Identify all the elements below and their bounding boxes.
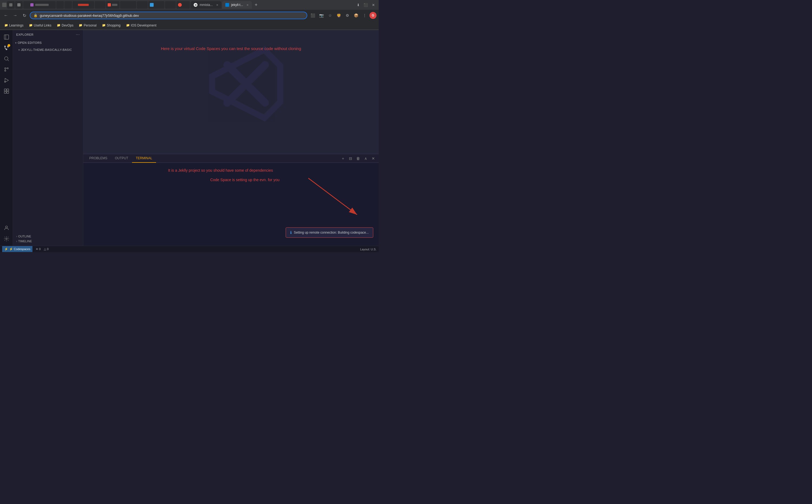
chevron-right-icon: › xyxy=(16,240,17,243)
address-bar[interactable]: 🔒 guneycansanli-studious-parakeet-4wraq7… xyxy=(30,12,307,19)
folder-icon: 📁 xyxy=(126,24,130,27)
bookmark-ios[interactable]: 📁 IOS Development xyxy=(124,23,159,28)
vscode-body: EXPLORER ··· ▾ OPEN EDITORS ▾ JEKYLL-THE… xyxy=(0,30,379,246)
status-layout[interactable]: Layout: U.S. xyxy=(360,248,376,251)
bookmark-devops[interactable]: 📁 DevOps xyxy=(55,23,75,28)
back-button[interactable]: ← xyxy=(2,12,10,19)
project-label: JEKYLL-THEME-BASICALLY-BASIC xyxy=(21,48,72,51)
new-tab-button[interactable]: + xyxy=(252,1,260,9)
terminal-maximize-button[interactable]: ∧ xyxy=(362,155,369,162)
toolbar-right: ⬛ 📷 ☆ 🦁 ⚙ 📦 ⋮ G xyxy=(309,12,376,19)
tab-github[interactable]: ⚙ mmista... ✕ xyxy=(190,1,221,9)
bookmark-useful-links[interactable]: 📁 Useful Links xyxy=(27,23,54,28)
arrow-annotation xyxy=(287,170,368,224)
terminal-body[interactable]: It is a Jeklly project so you should hav… xyxy=(83,163,379,246)
activity-source-control[interactable] xyxy=(2,43,11,53)
activity-git[interactable] xyxy=(2,65,11,74)
activity-settings[interactable] xyxy=(2,234,11,244)
forward-button[interactable]: → xyxy=(11,12,19,19)
codespaces-button[interactable]: ⚡ ⚡ Codespaces xyxy=(2,246,32,252)
browser-chrome: ⚙ mmista... ✕ jekyll-t... ✕ + ⬇ ⬛ ✕ ← → … xyxy=(0,0,379,30)
screenshot-icon[interactable]: 📷 xyxy=(317,12,325,19)
chevron-right-icon: › xyxy=(16,235,17,238)
tab-jekyll[interactable]: jekyll-t... ✕ xyxy=(222,1,252,9)
activity-extensions[interactable] xyxy=(2,86,11,96)
svg-rect-13 xyxy=(6,89,8,91)
folder-icon: 📁 xyxy=(79,24,82,27)
tab-problems[interactable]: PROBLEMS xyxy=(85,154,111,163)
bookmark-learnings[interactable]: 📁 Learnings xyxy=(2,23,26,28)
tab-terminal[interactable]: TERMINAL xyxy=(132,154,156,163)
editor-annotation: Here is your virtual Code Spaces you can… xyxy=(113,46,349,51)
status-notification: ℹ Setting up remote connection: Building… xyxy=(286,227,373,238)
folder-icon: 📁 xyxy=(29,24,33,27)
svg-rect-12 xyxy=(4,89,6,91)
sidebar-open-editors-section: ▾ OPEN EDITORS xyxy=(13,39,83,46)
chevron-down-icon: ▾ xyxy=(18,48,20,51)
svg-point-9 xyxy=(5,70,6,71)
editor-area: Here is your virtual Code Spaces you can… xyxy=(83,30,379,246)
terminal-close-button[interactable]: ✕ xyxy=(370,155,376,162)
activity-account[interactable] xyxy=(2,223,11,233)
menu-icon[interactable]: ⋮ xyxy=(361,12,368,19)
extension2-icon[interactable]: 📦 xyxy=(352,12,360,19)
activity-run[interactable] xyxy=(2,75,11,85)
sidebar-bottom: › OUTLINE › TIMELINE xyxy=(13,234,83,246)
tab-output[interactable]: OUTPUT xyxy=(111,154,132,163)
status-right: Layout: U.S. xyxy=(360,248,376,251)
info-icon: ℹ xyxy=(290,230,291,235)
activity-bottom xyxy=(2,223,11,246)
terminal-add-button[interactable]: + xyxy=(340,155,346,162)
notification-text: Setting up remote connection: Building c… xyxy=(294,231,369,234)
folder-icon: 📁 xyxy=(4,24,8,27)
url-text: guneycansanli-studious-parakeet-4wraq77j… xyxy=(40,14,139,18)
sidebar: EXPLORER ··· ▾ OPEN EDITORS ▾ JEKYLL-THE… xyxy=(13,30,83,246)
status-errors[interactable]: ✕ 0 xyxy=(36,247,41,251)
activity-bar xyxy=(0,30,13,246)
codespaces-icon: ⚡ xyxy=(4,247,8,251)
terminal-annotation-2: Code Space is setting up the evn. for yo… xyxy=(210,178,279,182)
bookmark-icon[interactable]: ☆ xyxy=(326,12,334,19)
sidebar-more-button[interactable]: ··· xyxy=(76,32,80,37)
profile-button[interactable]: G xyxy=(369,12,376,19)
terminal-annotation-1: It is a Jeklly project so you should hav… xyxy=(168,168,273,173)
bookmark-personal[interactable]: 📁 Personal xyxy=(77,23,98,28)
brave-icon[interactable]: 🦁 xyxy=(335,12,342,19)
terminal-split-button[interactable]: ⊟ xyxy=(347,155,354,162)
svg-point-17 xyxy=(6,238,7,240)
bookmark-shopping[interactable]: 📁 Shopping xyxy=(100,23,123,28)
terminal-panel: PROBLEMS OUTPUT TERMINAL + ⊟ 🗑 ∧ ✕ xyxy=(83,154,379,246)
lock-icon: 🔒 xyxy=(34,14,38,17)
svg-line-21 xyxy=(308,178,357,215)
svg-line-6 xyxy=(8,60,9,61)
activity-files[interactable] xyxy=(2,32,11,42)
svg-point-5 xyxy=(4,57,8,60)
svg-point-7 xyxy=(5,68,6,69)
svg-rect-15 xyxy=(6,91,8,93)
svg-point-16 xyxy=(5,226,7,228)
open-editors-header[interactable]: ▾ OPEN EDITORS xyxy=(13,40,83,45)
browser-toolbar: ← → ↻ 🔒 guneycansanli-studious-parakeet-… xyxy=(0,10,379,21)
svg-rect-0 xyxy=(4,35,9,39)
reload-button[interactable]: ↻ xyxy=(21,12,28,19)
project-root[interactable]: ▾ JEKYLL-THEME-BASICALLY-BASIC xyxy=(13,47,83,52)
terminal-trash-button[interactable]: 🗑 xyxy=(355,155,361,162)
terminal-controls: + ⊟ 🗑 ∧ ✕ xyxy=(340,155,376,162)
svg-point-8 xyxy=(7,68,8,69)
vscode-watermark xyxy=(208,46,284,122)
bookmarks-bar: 📁 Learnings 📁 Useful Links 📁 DevOps 📁 Pe… xyxy=(0,21,379,30)
timeline-section[interactable]: › TIMELINE xyxy=(13,239,83,244)
status-warnings[interactable]: △ 0 xyxy=(44,247,48,251)
sidebar-header: EXPLORER ··· xyxy=(13,30,83,39)
outline-section[interactable]: › OUTLINE xyxy=(13,234,83,239)
activity-search[interactable] xyxy=(2,54,11,64)
extensions-icon[interactable]: ⬛ xyxy=(309,12,316,19)
editor-main: Here is your virtual Code Spaces you can… xyxy=(83,30,379,154)
extension1-icon[interactable]: ⚙ xyxy=(343,12,351,19)
folder-icon: 📁 xyxy=(57,24,61,27)
terminal-tabs: PROBLEMS OUTPUT TERMINAL + ⊟ 🗑 ∧ ✕ xyxy=(83,154,379,163)
svg-rect-14 xyxy=(4,91,6,93)
source-control-badge xyxy=(8,44,10,47)
chevron-down-icon: ▾ xyxy=(15,41,17,44)
sidebar-project-section: ▾ JEKYLL-THEME-BASICALLY-BASIC xyxy=(13,46,83,53)
